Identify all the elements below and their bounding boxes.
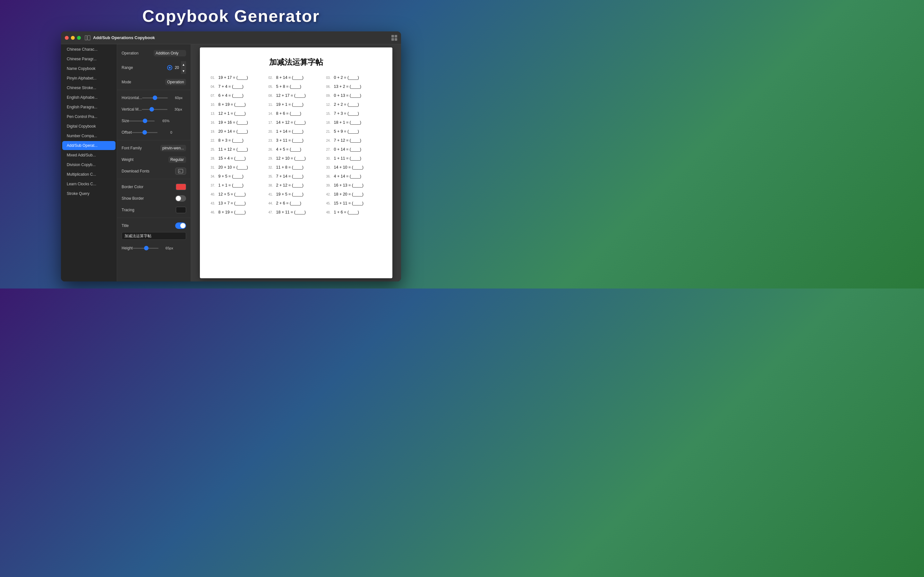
vertical-slider[interactable]: [142, 109, 168, 110]
sidebar-toggle-icon[interactable]: [85, 35, 90, 41]
equation-number: 45.: [326, 201, 333, 205]
operation-select[interactable]: Addition Only Subtraction Only Mixed: [153, 50, 186, 56]
sidebar-item-division-copy[interactable]: Division Copyb...: [62, 160, 115, 169]
equation-number: 17.: [268, 121, 276, 124]
math-item: 29.12 + 10 = (____): [267, 155, 325, 162]
download-icon: A: [178, 169, 183, 173]
title-toggle[interactable]: [175, 222, 186, 229]
equation-expr: 5 + 9 = (____): [334, 129, 359, 134]
equation-expr: 11 + 12 = (____): [218, 147, 248, 152]
title-input[interactable]: [121, 232, 186, 240]
height-value: 65px: [160, 246, 173, 250]
divider-3: [117, 179, 191, 179]
mode-select[interactable]: Operation Fill: [165, 79, 186, 85]
equation-expr: 8 + 14 = (____): [276, 75, 304, 80]
horizontal-slider[interactable]: [142, 97, 168, 98]
grid-view-icon[interactable]: [391, 35, 397, 41]
range-label: Range: [121, 65, 133, 70]
window-body: Chinese Charac...Chinese Paragr...Name C…: [61, 44, 401, 282]
equation-expr: 12 + 1 = (____): [218, 111, 246, 116]
fullscreen-button[interactable]: [77, 36, 81, 40]
math-item: 45.15 + 11 = (____): [325, 199, 383, 207]
equation-expr: 2 + 6 = (____): [276, 201, 302, 205]
equation-expr: 8 + 3 = (____): [218, 138, 244, 143]
offset-slider[interactable]: [132, 132, 158, 133]
weight-label: Weight: [121, 157, 134, 162]
font-family-select[interactable]: pinvin-wen...: [160, 145, 186, 151]
equation-number: 02.: [268, 76, 276, 79]
equation-expr: 15 + 11 = (____): [334, 201, 363, 205]
sidebar-item-chinese-stroke[interactable]: Chinese Stroke...: [62, 83, 115, 92]
mode-row: Mode Operation Fill: [117, 76, 191, 88]
sidebar-item-digital-copybook[interactable]: Digital Copybook: [62, 122, 115, 131]
sidebar-item-stroke-query[interactable]: Stroke Query: [62, 189, 115, 198]
sidebar-item-add-sub[interactable]: Add/Sub Operat...: [62, 141, 115, 150]
equation-number: 28.: [211, 157, 218, 160]
sidebar-item-pinyin-alpha[interactable]: Pinyin Alphabet...: [62, 74, 115, 83]
download-fonts-button[interactable]: A: [175, 168, 186, 175]
sidebar-item-chinese-char[interactable]: Chinese Charac...: [62, 45, 115, 54]
show-border-toggle[interactable]: [175, 195, 186, 201]
equation-expr: 7 + 3 = (____): [334, 111, 359, 116]
equation-number: 27.: [326, 148, 333, 151]
equation-expr: 20 + 14 = (____): [218, 129, 248, 134]
operation-row: Operation Addition Only Subtraction Only…: [117, 47, 191, 59]
math-item: 24.7 + 12 = (____): [325, 137, 383, 144]
equation-expr: 19 + 16 = (____): [218, 120, 248, 125]
sidebar-item-chinese-para[interactable]: Chinese Paragr...: [62, 55, 115, 63]
math-item: 47.18 + 11 = (____): [267, 208, 325, 216]
equation-number: 01.: [211, 76, 218, 79]
math-item: 16.19 + 16 = (____): [210, 119, 267, 126]
size-slider-container: 65%: [129, 119, 186, 123]
sidebar-item-pen-control[interactable]: Pen Control Pra...: [62, 112, 115, 121]
vertical-value: 30px: [170, 107, 182, 111]
math-item: 04.7 + 4 = (____): [210, 83, 267, 90]
range-down[interactable]: ▼: [181, 68, 186, 74]
height-slider[interactable]: [133, 248, 158, 249]
offset-slider-container: 0: [132, 131, 186, 134]
equation-number: 44.: [268, 201, 276, 205]
math-item: 42.18 + 20 = (____): [325, 190, 383, 198]
math-item: 07.6 + 4 = (____): [210, 92, 267, 99]
sidebar-item-number-comp[interactable]: Number Compa...: [62, 131, 115, 140]
math-item: 13.12 + 1 = (____): [210, 110, 267, 117]
math-item: 43.13 + 7 = (____): [210, 199, 267, 207]
tracing-swatch[interactable]: [176, 207, 186, 213]
equation-number: 37.: [211, 184, 218, 187]
svg-rect-0: [85, 35, 87, 40]
equation-number: 07.: [211, 94, 218, 97]
minimize-button[interactable]: [71, 36, 75, 40]
close-button[interactable]: [65, 36, 69, 40]
weight-select[interactable]: Regular Bold: [168, 156, 186, 163]
preview-title: 加减法运算字帖: [210, 57, 383, 67]
size-slider[interactable]: [129, 121, 155, 121]
equation-expr: 2 + 12 = (____): [276, 183, 304, 187]
math-item: 09.0 + 13 = (____): [325, 92, 383, 99]
math-item: 32.11 + 8 = (____): [267, 163, 325, 171]
mode-value-container: Operation Fill: [165, 79, 186, 85]
sidebar-item-name-copybook[interactable]: Name Copybook: [62, 64, 115, 73]
equation-number: 31.: [211, 166, 218, 169]
operation-label: Operation: [121, 51, 139, 55]
border-color-swatch[interactable]: [176, 184, 186, 190]
equation-expr: 13 + 7 = (____): [218, 201, 246, 205]
math-item: 46.8 + 19 = (____): [210, 208, 267, 216]
svg-rect-1: [87, 35, 90, 40]
sidebar-item-english-para[interactable]: English Paragra...: [62, 103, 115, 111]
sidebar-item-english-alpha[interactable]: English Alphabe...: [62, 93, 115, 102]
sidebar-item-learn-clocks[interactable]: Learn Clocks C...: [62, 179, 115, 189]
title-row: Title: [117, 220, 191, 231]
equation-expr: 1 + 14 = (____): [276, 129, 304, 134]
equation-expr: 9 + 5 = (____): [218, 174, 244, 179]
range-stepper[interactable]: ▲ ▼: [181, 61, 186, 74]
math-item: 11.19 + 1 = (____): [267, 101, 325, 108]
equation-number: 36.: [326, 175, 333, 178]
equation-number: 41.: [268, 193, 276, 196]
equation-expr: 18 + 1 = (____): [334, 120, 361, 125]
math-item: 28.15 + 4 = (____): [210, 155, 267, 162]
sidebar-item-multiplication[interactable]: Multiplication C...: [62, 170, 115, 179]
equation-expr: 4 + 5 = (____): [276, 147, 302, 152]
equation-number: 08.: [268, 94, 276, 97]
range-up[interactable]: ▲: [181, 61, 186, 68]
sidebar-item-mixed-add-sub[interactable]: Mixed Add/Sub...: [62, 151, 115, 160]
